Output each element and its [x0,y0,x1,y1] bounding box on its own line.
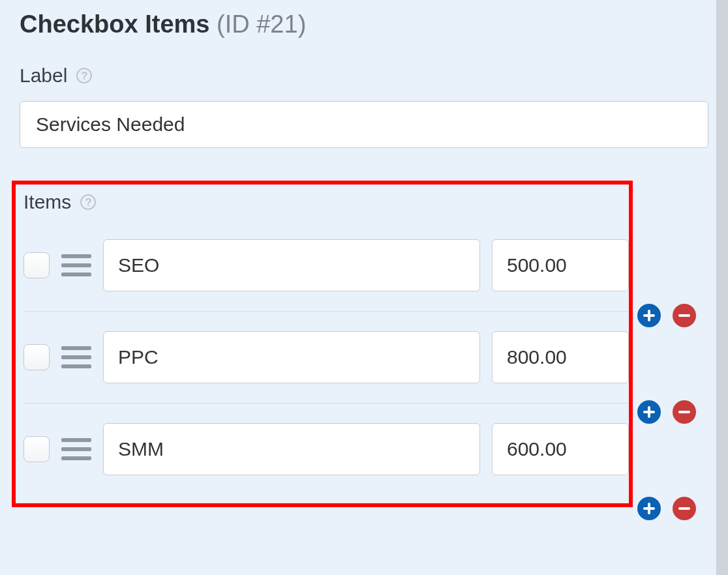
remove-item-button[interactable] [673,497,696,520]
item-actions [637,400,696,424]
help-icon[interactable]: ? [76,68,92,83]
item-default-checkbox[interactable] [23,252,50,278]
item-row [16,418,629,480]
add-item-button[interactable] [637,400,661,424]
item-default-checkbox[interactable] [23,436,50,462]
drag-handle-icon[interactable] [61,346,91,368]
panel-title: Checkbox Items (ID #21) [20,10,708,38]
panel-title-id: (ID #21) [217,10,306,38]
row-separator [23,403,629,404]
drag-handle-icon[interactable] [61,438,91,460]
item-row [16,326,629,389]
items-label: Items [23,191,71,213]
items-section: Items ? [12,181,633,507]
item-actions [637,497,696,520]
item-price-input[interactable] [492,423,629,475]
remove-item-button[interactable] [673,304,696,327]
remove-item-button[interactable] [673,400,696,424]
item-name-input[interactable] [103,331,480,383]
item-name-input[interactable] [103,239,480,291]
item-actions [637,304,696,327]
item-price-input[interactable] [492,239,629,291]
scrollbar-track[interactable] [716,0,728,575]
item-default-checkbox[interactable] [23,344,50,370]
drag-handle-icon[interactable] [61,254,91,276]
item-name-input[interactable] [103,423,480,475]
item-price-input[interactable] [492,331,629,383]
item-row [16,234,629,297]
add-item-button[interactable] [637,497,661,520]
label-field-label: Label [20,65,67,87]
row-separator [23,311,629,312]
add-item-button[interactable] [637,304,661,327]
panel-title-text: Checkbox Items [20,10,209,38]
help-icon[interactable]: ? [80,194,96,210]
label-input[interactable] [20,101,708,148]
